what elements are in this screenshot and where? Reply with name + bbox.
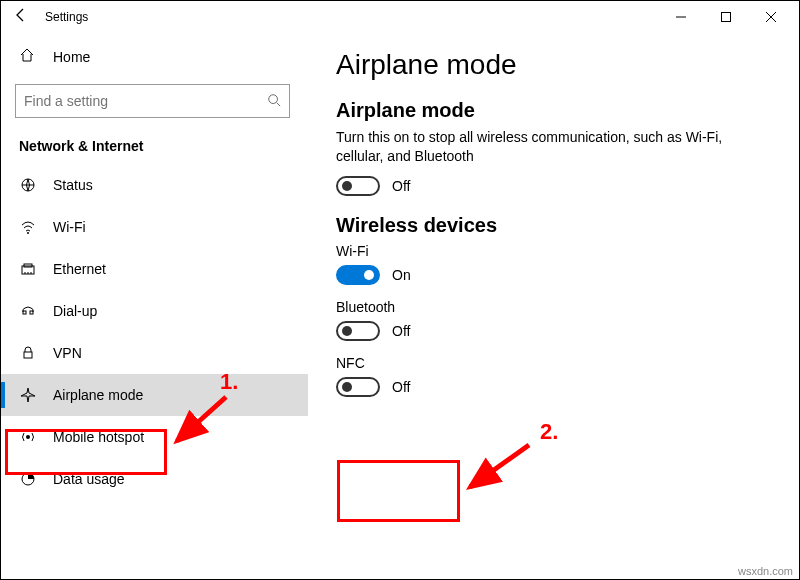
sidebar-item-dialup[interactable]: Dial-up — [1, 290, 308, 332]
nfc-label: NFC — [336, 355, 771, 371]
minimize-button[interactable] — [658, 2, 703, 32]
sidebar-item-ethernet[interactable]: Ethernet — [1, 248, 308, 290]
page-title: Airplane mode — [336, 49, 771, 81]
status-icon — [19, 177, 37, 193]
data-usage-icon — [19, 471, 37, 487]
sidebar-item-label: VPN — [53, 345, 82, 361]
sidebar-item-mobile-hotspot[interactable]: Mobile hotspot — [1, 416, 308, 458]
sidebar-item-vpn[interactable]: VPN — [1, 332, 308, 374]
svg-rect-1 — [721, 13, 730, 22]
svg-point-17 — [26, 435, 30, 439]
bluetooth-label: Bluetooth — [336, 299, 771, 315]
sidebar: Home Network & Internet Status Wi-Fi Eth… — [1, 33, 308, 579]
sidebar-item-label: Status — [53, 177, 93, 193]
close-button[interactable] — [748, 2, 793, 32]
svg-line-5 — [277, 102, 281, 106]
sidebar-item-label: Wi-Fi — [53, 219, 86, 235]
dialup-icon — [19, 303, 37, 319]
watermark: wsxdn.com — [738, 565, 793, 577]
vpn-icon — [19, 345, 37, 361]
wifi-state: On — [392, 267, 411, 283]
window-title: Settings — [45, 10, 88, 24]
home-icon — [19, 47, 37, 66]
category-header: Network & Internet — [1, 134, 308, 164]
wifi-icon — [19, 219, 37, 235]
svg-rect-15 — [30, 311, 33, 314]
bluetooth-toggle[interactable] — [336, 321, 380, 341]
wifi-toggle[interactable] — [336, 265, 380, 285]
airplane-icon — [19, 387, 37, 403]
sidebar-item-label: Dial-up — [53, 303, 97, 319]
airplane-mode-state: Off — [392, 178, 410, 194]
svg-point-8 — [27, 232, 29, 234]
airplane-mode-heading: Airplane mode — [336, 99, 771, 122]
home-nav[interactable]: Home — [1, 37, 308, 76]
content-pane: Airplane mode Airplane mode Turn this on… — [308, 33, 799, 579]
search-field[interactable] — [24, 93, 267, 109]
maximize-button[interactable] — [703, 2, 748, 32]
sidebar-item-status[interactable]: Status — [1, 164, 308, 206]
nfc-state: Off — [392, 379, 410, 395]
home-label: Home — [53, 49, 90, 65]
ethernet-icon — [19, 261, 37, 277]
wireless-devices-heading: Wireless devices — [336, 214, 771, 237]
sidebar-item-airplane-mode[interactable]: Airplane mode — [1, 374, 308, 416]
airplane-mode-desc: Turn this on to stop all wireless commun… — [336, 128, 771, 166]
titlebar: Settings — [1, 1, 799, 33]
nfc-toggle[interactable] — [336, 377, 380, 397]
search-icon — [267, 93, 281, 110]
sidebar-item-label: Mobile hotspot — [53, 429, 144, 445]
annotation-label-2: 2. — [540, 419, 558, 445]
sidebar-item-label: Data usage — [53, 471, 125, 487]
sidebar-item-data-usage[interactable]: Data usage — [1, 458, 308, 500]
sidebar-item-label: Ethernet — [53, 261, 106, 277]
back-button[interactable] — [13, 7, 41, 27]
search-input[interactable] — [15, 84, 290, 118]
hotspot-icon — [19, 429, 37, 445]
wifi-label: Wi-Fi — [336, 243, 771, 259]
bluetooth-state: Off — [392, 323, 410, 339]
svg-rect-16 — [24, 352, 32, 358]
sidebar-item-wifi[interactable]: Wi-Fi — [1, 206, 308, 248]
sidebar-item-label: Airplane mode — [53, 387, 143, 403]
svg-rect-14 — [23, 311, 26, 314]
airplane-mode-toggle[interactable] — [336, 176, 380, 196]
svg-point-4 — [269, 94, 278, 103]
annotation-label-1: 1. — [220, 369, 238, 395]
